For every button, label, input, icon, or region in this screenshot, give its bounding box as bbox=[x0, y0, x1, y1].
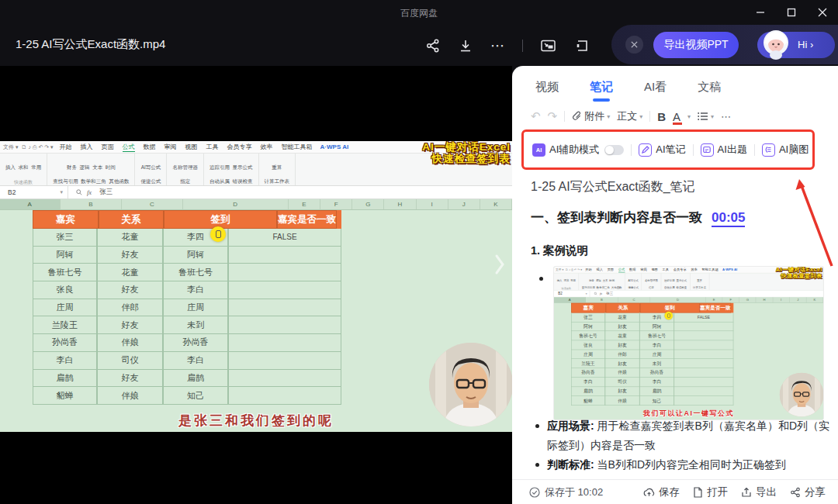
ai-mindmap-icon bbox=[762, 143, 775, 157]
highlight-cursor bbox=[664, 312, 673, 320]
titlebar: 百度网盘 bbox=[0, 0, 838, 25]
table-row: 张良好友李白 bbox=[33, 281, 341, 299]
tab-ai-watch[interactable]: AI看 bbox=[644, 80, 667, 95]
note-image[interactable]: 文件 ▾🗋 ♪ ⎙ ↶ ↷ ▾ 开始插入页面公式数据审阅视图工具会员专享效率智能… bbox=[554, 267, 823, 419]
excel-frame: 文件 ▾🗋 ♪ ⎙ ↶ ↷ ▾ 开始插入页面公式数据审阅视图工具会员专享效率智能… bbox=[554, 267, 823, 419]
notes-panel: 视频 笔记 AI看 文稿 ↶ ↷ 附件▾ 正文▾ B A ▾ ▾ ⋯ bbox=[512, 66, 838, 504]
table-row: 兰陵王好友未到 bbox=[33, 316, 341, 334]
video-title: 1-25 AI写公式Exact函数.mp4 bbox=[16, 37, 165, 52]
table-row: 李白司仪李白 bbox=[33, 352, 341, 370]
table-row: 庄周伴郎庄周 bbox=[571, 350, 733, 359]
share-note-button[interactable]: 分享 bbox=[790, 485, 826, 499]
bold-button[interactable]: B bbox=[657, 110, 666, 123]
maximize-button[interactable] bbox=[776, 0, 807, 25]
formula-value: 张三 bbox=[99, 188, 113, 197]
app-window: 百度网盘 1-25 AI写公式Exact函数.mp4 bbox=[0, 0, 838, 504]
timestamp-link[interactable]: 00:05 bbox=[712, 210, 745, 227]
picture-in-picture-icon[interactable] bbox=[540, 38, 556, 54]
table-row: 貂蝉伴娘知己 bbox=[33, 387, 341, 405]
excel-ribbon-tabs: 开始插入页面公式数据审阅视图工具会员专享效率智能工具箱 bbox=[60, 143, 313, 152]
table-row: 阿轲好友阿轲 bbox=[571, 322, 733, 331]
excel-ribbon-tabs: 开始插入页面公式数据审阅视图工具会员专享效率智能工具箱 bbox=[585, 268, 718, 272]
tab-notes[interactable]: 笔记 bbox=[590, 80, 613, 95]
undo-icon[interactable]: ↶ bbox=[531, 109, 541, 123]
dock-side-icon[interactable] bbox=[573, 38, 589, 54]
assistant-zone: 导出视频PPT Hi › bbox=[611, 25, 838, 64]
close-assistant-icon[interactable] bbox=[625, 36, 643, 54]
note-heading-2: 1. 案例说明 bbox=[531, 243, 588, 258]
wps-ai-logo: A·WPS AI bbox=[320, 143, 349, 150]
note-title: 1-25 AI写公式Exact函数_笔记 bbox=[531, 179, 695, 195]
font-color-caret[interactable]: ▾ bbox=[687, 113, 691, 120]
panel-tabs: 视频 笔记 AI看 文稿 bbox=[535, 74, 721, 100]
ai-quiz-icon bbox=[701, 143, 714, 157]
expand-playlist-icon[interactable] bbox=[493, 253, 506, 276]
attachment-button[interactable]: 附件▾ bbox=[572, 109, 610, 123]
video-player[interactable]: 文件 ▾🗋 ♪ ⎙ ↶ ↷ ▾ 开始插入页面公式数据审阅视图工具会员专享效率智能… bbox=[0, 66, 512, 504]
save-button[interactable]: 保存 bbox=[643, 485, 680, 499]
formula-value: 张三 bbox=[606, 292, 613, 296]
more-icon[interactable]: ⋯ bbox=[490, 37, 505, 54]
table-row: 张三花童李四FALSE bbox=[33, 229, 341, 247]
wps-ai-logo: A·WPS AI bbox=[722, 268, 737, 272]
video-overlay-text: AI一键对话Excel 快速检查签到表 bbox=[776, 267, 822, 279]
minimize-button[interactable] bbox=[745, 0, 776, 25]
font-color-button[interactable]: A bbox=[673, 110, 680, 123]
ai-assist-mode-toggle[interactable]: AI AI辅助模式 bbox=[532, 143, 624, 157]
toolbar-more-icon[interactable]: ⋯ bbox=[721, 111, 732, 123]
excel-table-header: 嘉宾关系签到嘉宾是否一致 bbox=[571, 303, 733, 313]
excel-table-header: 嘉宾关系签到嘉宾是否一致 bbox=[33, 210, 341, 229]
excel-column-headers: ABCDEFGHIJK bbox=[554, 297, 823, 302]
export-button[interactable]: 导出 bbox=[741, 485, 777, 499]
app-title: 百度网盘 bbox=[400, 7, 438, 20]
table-row: 孙尚香伴娘孙尚香 bbox=[33, 334, 341, 352]
assistant-avatar bbox=[759, 27, 793, 61]
note-bullets: 应用场景: 用于检查嘉宾签到表B列（嘉宾名单）和D列（实际签到）内容是否一致 判… bbox=[531, 416, 832, 475]
table-row: 庄周伴郎庄周 bbox=[33, 299, 341, 317]
ai-assist-icon: AI bbox=[532, 143, 545, 157]
table-row: 扁鹊好友扁鹊 bbox=[571, 387, 733, 396]
table-row: 鲁班七号花童鲁班七号 bbox=[571, 331, 733, 340]
video-subtitle: 是张三和我们签到的呢 bbox=[0, 412, 512, 430]
paragraph-style-select[interactable]: 正文▾ bbox=[617, 109, 642, 123]
excel-table: 嘉宾关系签到嘉宾是否一致 张三花童李四FALSE阿轲好友阿轲鲁班七号花童鲁班七号… bbox=[33, 210, 341, 405]
list-button[interactable]: ▾ bbox=[698, 112, 714, 121]
note-bullet-1: 应用场景: 用于检查嘉宾签到表B列（嘉宾名单）和D列（实际签到）内容是否一致 bbox=[531, 416, 832, 455]
excel-table: 嘉宾关系签到嘉宾是否一致 张三花童李四FALSE阿轲好友阿轲鲁班七号花童鲁班七号… bbox=[571, 303, 733, 406]
assist-mode-switch[interactable] bbox=[604, 145, 624, 155]
tab-transcript[interactable]: 文稿 bbox=[698, 80, 721, 95]
table-row: 孙尚香伴娘孙尚香 bbox=[571, 368, 733, 378]
ai-note-icon bbox=[639, 143, 652, 157]
excel-table-rows: 张三花童李四FALSE阿轲好友阿轲鲁班七号花童鲁班七号张良好友李白庄周伴郎庄周兰… bbox=[571, 312, 733, 405]
header-divider bbox=[522, 40, 523, 52]
ai-quiz-button[interactable]: AI出题 bbox=[701, 143, 747, 157]
table-row: 阿轲好友阿轲 bbox=[33, 247, 341, 264]
export-video-ppt-button[interactable]: 导出视频PPT bbox=[653, 32, 739, 58]
player-header: 1-25 AI写公式Exact函数.mp4 ⋯ bbox=[0, 25, 838, 66]
name-box: B2 bbox=[558, 292, 562, 295]
ai-note-button[interactable]: AI笔记 bbox=[639, 143, 685, 157]
ai-tools-highlight-box: AI AI辅助模式 AI笔记 AI出题 bbox=[521, 129, 815, 170]
redo-icon[interactable]: ↷ bbox=[548, 109, 558, 123]
share-icon[interactable] bbox=[425, 38, 441, 54]
save-status: 保存于 10:02 bbox=[529, 485, 603, 499]
open-button[interactable]: 打开 bbox=[693, 485, 728, 499]
table-row: 张三花童李四FALSE bbox=[571, 312, 733, 322]
highlight-cursor bbox=[210, 226, 226, 242]
close-button[interactable] bbox=[807, 0, 838, 25]
note-bullet-2: 判断标准: 当B列和D列内容完全相同时为正确签到 bbox=[531, 455, 832, 475]
excel-formula-bar: B2▾ fx 张三 bbox=[0, 186, 512, 199]
table-row: 貂蝉伴娘知己 bbox=[571, 396, 733, 406]
excel-formula-bar: B2▾ fx 张三 bbox=[554, 290, 823, 297]
excel-frame: 文件 ▾🗋 ♪ ⎙ ↶ ↷ ▾ 开始插入页面公式数据审阅视图工具会员专享效率智能… bbox=[0, 141, 512, 432]
ai-mindmap-button[interactable]: AI脑图 bbox=[762, 143, 809, 157]
table-row: 张良好友李白 bbox=[571, 340, 733, 350]
name-box: B2 bbox=[8, 188, 16, 196]
tab-video[interactable]: 视频 bbox=[535, 80, 559, 95]
download-icon[interactable] bbox=[458, 38, 473, 54]
image-bullet-dot bbox=[539, 277, 543, 281]
excel-table-rows: 张三花童李四FALSE阿轲好友阿轲鲁班七号花童鲁班七号张良好友李白庄周伴郎庄周兰… bbox=[33, 229, 341, 405]
video-overlay-text: AI一键对话Excel 快速检查签到表 bbox=[422, 141, 511, 164]
ai-assistant-button[interactable]: Hi › bbox=[757, 32, 835, 58]
excel-column-headers: ABCDEFGHIJK bbox=[0, 199, 512, 210]
